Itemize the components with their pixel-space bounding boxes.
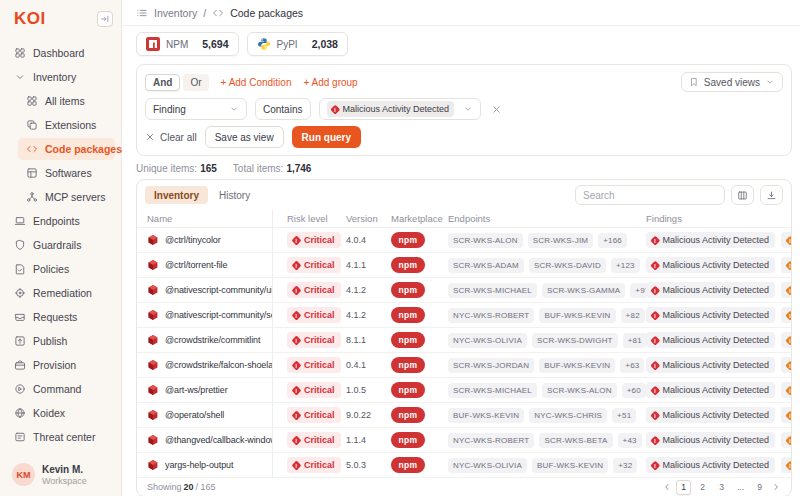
endpoints-cell: BUF-WKS-KEVINNYC-WKS-CHRIS+51 — [448, 408, 646, 423]
column-header-version: Version — [346, 213, 391, 224]
tab-inventory[interactable]: Inventory — [145, 186, 208, 204]
sidebar-item-endpoints[interactable]: Endpoints — [6, 210, 115, 232]
save-as-view-button[interactable]: Save as view — [205, 126, 284, 148]
sidebar-item-label: Koidex — [33, 407, 65, 419]
sidebar-item-command[interactable]: Command — [6, 378, 115, 400]
endpoint-more-chip[interactable]: +32 — [613, 458, 637, 473]
saved-views-button[interactable]: Saved views — [681, 72, 783, 92]
run-query-button[interactable]: Run query — [292, 126, 361, 148]
finding-chip: Malicious Activity Detected — [646, 257, 775, 273]
marketplace-badge: npm — [391, 232, 425, 248]
sidebar-item-code-packages[interactable]: Code packages — [18, 138, 115, 160]
table-row[interactable]: @crowdstrike/falcon-shoelace Critical 0.… — [137, 353, 791, 378]
page-button-9[interactable]: 9 — [752, 480, 767, 495]
command-icon — [14, 383, 26, 395]
next-page-icon[interactable] — [771, 482, 781, 492]
version-value: 0.4.1 — [346, 360, 391, 370]
endpoint-more-chip[interactable]: +43 — [618, 433, 642, 448]
columns-button[interactable] — [731, 185, 754, 205]
page-size-value[interactable]: 20 — [184, 482, 194, 492]
download-button[interactable] — [760, 185, 783, 205]
table-row[interactable]: @nativescript-community/ui-image Critica… — [137, 278, 791, 303]
table-row[interactable]: @thangved/callback-window Critical 1.1.4… — [137, 428, 791, 453]
pagination: 123...9 — [662, 480, 781, 495]
clear-all-button[interactable]: Clear all — [145, 132, 197, 143]
endpoint-more-chip[interactable]: +60 — [622, 383, 646, 398]
page-button-1[interactable]: 1 — [676, 480, 691, 495]
previous-page-icon[interactable] — [662, 482, 672, 492]
mcp-servers-icon — [26, 191, 38, 203]
table-row[interactable]: @operato/shell Critical 9.0.22 npm BUF-W… — [137, 403, 791, 428]
remove-condition-icon[interactable] — [491, 104, 502, 115]
breadcrumb-section[interactable]: Inventory — [154, 7, 197, 19]
sidebar-item-policies[interactable]: Policies — [6, 258, 115, 280]
sidebar-item-threat-center[interactable]: Threat center — [6, 426, 115, 448]
endpoints-cell: SCR-WKS-ALONSCR-WKS-JIM+166 — [448, 233, 646, 248]
endpoint-more-chip[interactable]: +63 — [620, 358, 644, 373]
risk-badge-label: Critical — [304, 360, 335, 370]
sidebar-item-koidex[interactable]: Koidex — [6, 402, 115, 424]
page-button-2[interactable]: 2 — [695, 480, 710, 495]
critical-diamond-icon — [651, 460, 660, 469]
high-diamond-icon — [786, 310, 791, 319]
sidebar-item-requests[interactable]: Requests — [6, 306, 115, 328]
table-row[interactable]: @ctrl/tinycolor Critical 4.0.4 npm SCR-W… — [137, 228, 791, 253]
search-input[interactable] — [575, 185, 725, 205]
and-button[interactable]: And — [145, 74, 180, 91]
sidebar-item-mcp-servers[interactable]: MCP servers — [18, 186, 115, 208]
sidebar-item-provision[interactable]: Provision — [6, 354, 115, 376]
sidebar-item-dashboard[interactable]: Dashboard — [6, 42, 115, 64]
operator-select[interactable]: Contains — [255, 98, 311, 120]
table-row[interactable]: @art-ws/prettier Critical 1.0.5 npm SCR-… — [137, 378, 791, 403]
stat-card-npm[interactable]: NPM 5,694 — [136, 32, 239, 56]
softwares-icon — [26, 167, 38, 179]
finding-chip: Exfils Clou — [781, 307, 791, 323]
add-group-button[interactable]: + Add group — [303, 77, 357, 88]
endpoint-chip: SCR-WKS-JIM — [528, 233, 594, 248]
risk-badge: Critical — [287, 357, 341, 373]
breadcrumb-divider: / — [203, 7, 206, 19]
endpoint-more-chip[interactable]: +51 — [612, 408, 636, 423]
sidebar-item-all-items[interactable]: All items — [18, 90, 115, 112]
risk-badge-label: Critical — [304, 285, 335, 295]
table-row[interactable]: yargs-help-output Critical 5.0.3 npm NYC… — [137, 453, 791, 478]
user-menu[interactable]: KM Kevin M. Workspace — [0, 453, 121, 486]
add-condition-button[interactable]: + Add Condition — [221, 77, 292, 88]
findings-cell: Malicious Activity DetectedExfils Clou — [646, 282, 791, 298]
endpoint-chip: SCR-WKS-DWIGHT — [532, 333, 618, 348]
endpoints-cell: SCR-WKS-MICHAELSCR-WKS-GAMMA+97 — [448, 283, 646, 298]
koidex-icon — [14, 407, 26, 419]
sidebar-collapse-button[interactable] — [97, 11, 113, 27]
tab-history[interactable]: History — [210, 186, 259, 204]
critical-diamond-icon — [292, 435, 302, 445]
chevron-down-icon — [765, 77, 775, 87]
table-panel: Inventory History Name Risk level Versio… — [136, 179, 792, 496]
endpoint-more-chip[interactable]: +123 — [611, 258, 640, 273]
endpoint-more-chip[interactable]: +166 — [598, 233, 627, 248]
endpoint-more-chip[interactable]: +81 — [623, 333, 646, 348]
table-row[interactable]: @crowdstrike/commitlint Critical 8.1.1 n… — [137, 328, 791, 353]
results-summary: Unique items:165 Total items:1,746 — [136, 163, 792, 174]
or-button[interactable]: Or — [183, 74, 208, 91]
package-icon — [147, 234, 159, 246]
sidebar-item-softwares[interactable]: Softwares — [18, 162, 115, 184]
risk-badge: Critical — [287, 307, 341, 323]
field-select[interactable]: Finding — [145, 98, 247, 120]
table-row[interactable]: @nativescript-community/sentry Critical … — [137, 303, 791, 328]
sidebar-item-guardrails[interactable]: Guardrails — [6, 234, 115, 256]
endpoint-more-chip[interactable]: +82 — [621, 308, 645, 323]
endpoint-more-chip[interactable]: +97 — [630, 283, 646, 298]
sidebar-item-remediation[interactable]: Remediation — [6, 282, 115, 304]
page-button-3[interactable]: 3 — [714, 480, 729, 495]
package-name: @operato/shell — [165, 410, 224, 420]
sidebar-item-extensions[interactable]: Extensions — [18, 114, 115, 136]
table-row[interactable]: @ctrl/torrent-file Critical 4.1.1 npm SC… — [137, 253, 791, 278]
clear-all-label: Clear all — [160, 132, 197, 143]
policies-icon — [14, 263, 26, 275]
sidebar-item-inventory[interactable]: Inventory — [6, 66, 115, 88]
sidebar-item-label: Provision — [33, 359, 76, 371]
endpoints-cell: NYC-WKS-OLIVIABUF-WKS-KEVIN+32 — [448, 458, 646, 473]
value-select[interactable]: Malicious Activity Detected — [319, 98, 481, 120]
stat-card-pypi[interactable]: PyPI 2,038 — [247, 32, 348, 56]
sidebar-item-publish[interactable]: Publish — [6, 330, 115, 352]
